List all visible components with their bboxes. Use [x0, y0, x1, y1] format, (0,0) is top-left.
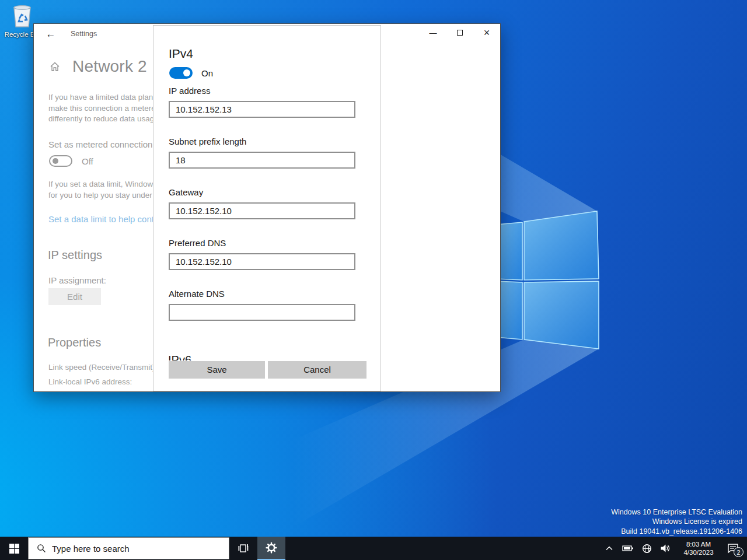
ipv6-clipped-heading: IPv6	[168, 354, 191, 360]
edit-ip-button[interactable]: Edit	[48, 288, 101, 305]
ip-address-input[interactable]	[169, 101, 355, 118]
desktop: Recycle Bin Windows 10 Enterprise LTSC E…	[0, 0, 747, 560]
dialog-title: IPv4	[169, 47, 193, 61]
settings-window: ← Settings — × Network 2 If you have a l…	[33, 23, 501, 392]
watermark-line: Windows 10 Enterprise LTSC Evaluation	[611, 508, 742, 517]
settings-gear-icon	[266, 542, 277, 554]
toggle-knob	[53, 158, 58, 164]
watermark-line: Windows License is expired	[611, 517, 742, 527]
taskbar-clock[interactable]: 8:03 AM 4/30/2023	[679, 540, 718, 556]
windows-start-icon	[9, 544, 19, 554]
clock-time: 8:03 AM	[679, 540, 718, 548]
preferred-dns-input[interactable]	[169, 253, 355, 270]
taskbar-search[interactable]	[28, 537, 229, 559]
edit-ip-settings-dialog: IPv4 On IP address Subnet prefix length …	[153, 25, 381, 391]
ip-assignment-label: IP assignment:	[48, 275, 106, 285]
globe-no-internet-icon	[642, 544, 652, 554]
data-limit-note: If you set a data limit, Window for you …	[48, 179, 153, 201]
metered-toggle[interactable]	[49, 155, 72, 167]
tray-chevron-button[interactable]	[601, 544, 618, 552]
link-local-ipv6-label: Link-local IPv6 address:	[48, 377, 153, 386]
volume-tray-button[interactable]	[656, 544, 675, 553]
metered-intro-text: If you have a limited data plan make thi…	[48, 92, 153, 125]
ipv4-toggle[interactable]	[169, 67, 193, 79]
task-view-button[interactable]	[229, 537, 257, 560]
chevron-up-icon	[605, 544, 614, 552]
battery-icon	[622, 544, 634, 552]
search-input[interactable]	[52, 544, 229, 554]
ip-address-label: IP address	[169, 86, 355, 96]
ipv4-toggle-state: On	[201, 68, 213, 78]
speaker-icon	[660, 544, 671, 553]
settings-app-button[interactable]	[257, 537, 285, 560]
subnet-prefix-input[interactable]	[169, 152, 355, 169]
taskbar: 8:03 AM 4/30/2023 2	[0, 537, 747, 560]
task-view-icon	[238, 542, 249, 554]
metered-toggle-state: Off	[82, 156, 93, 166]
watermark-line: Build 19041.vb_release.191206-1406	[611, 527, 742, 537]
preferred-dns-label: Preferred DNS	[169, 238, 355, 248]
gateway-input[interactable]	[169, 202, 355, 219]
properties-heading: Properties	[48, 336, 101, 349]
toggle-knob	[183, 69, 190, 76]
recycle-bin-icon	[12, 4, 33, 28]
home-icon	[50, 61, 60, 72]
search-icon	[37, 544, 46, 553]
metered-connection-label: Set as metered connection	[48, 139, 152, 149]
battery-tray-button[interactable]	[618, 544, 638, 552]
link-speed-label: Link speed (Receive/Transmit):	[48, 363, 153, 372]
gateway-label: Gateway	[169, 187, 355, 197]
page-title: Network 2	[72, 57, 147, 76]
cancel-button[interactable]: Cancel	[268, 361, 366, 379]
ip-settings-heading: IP settings	[48, 249, 102, 262]
license-watermark: Windows 10 Enterprise LTSC Evaluation Wi…	[611, 508, 742, 537]
action-center-button[interactable]: 2	[722, 543, 747, 554]
alternate-dns-label: Alternate DNS	[169, 289, 355, 299]
save-button[interactable]: Save	[169, 361, 265, 379]
alternate-dns-input[interactable]	[169, 304, 355, 321]
network-tray-button[interactable]	[638, 544, 656, 554]
start-button[interactable]	[0, 537, 28, 560]
subnet-prefix-label: Subnet prefix length	[169, 136, 355, 146]
clock-date: 4/30/2023	[679, 548, 718, 556]
data-limit-link[interactable]: Set a data limit to help control	[48, 214, 153, 224]
notification-badge: 2	[734, 547, 743, 557]
